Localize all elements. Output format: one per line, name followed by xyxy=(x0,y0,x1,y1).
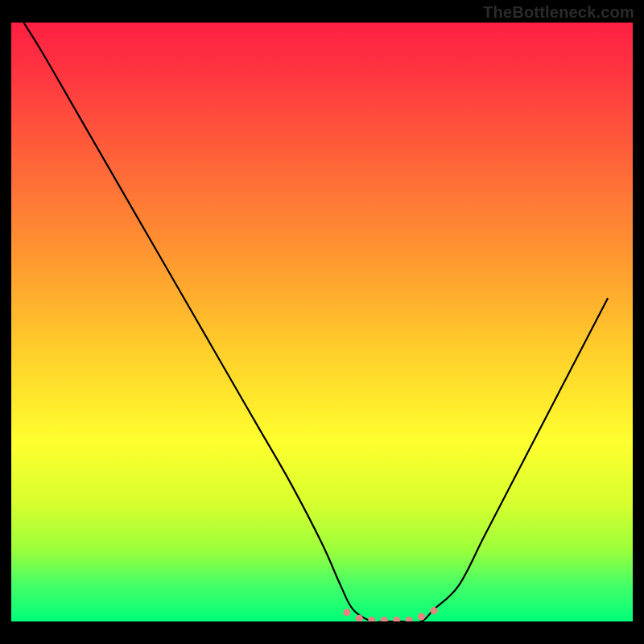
watermark-text: TheBottleneck.com xyxy=(483,3,634,22)
gradient-background xyxy=(11,23,633,621)
bottom-marker xyxy=(418,613,425,621)
bottom-marker xyxy=(430,607,437,614)
chart-plot-area xyxy=(11,23,633,621)
chart-svg xyxy=(11,23,633,621)
bottom-marker xyxy=(343,609,350,616)
